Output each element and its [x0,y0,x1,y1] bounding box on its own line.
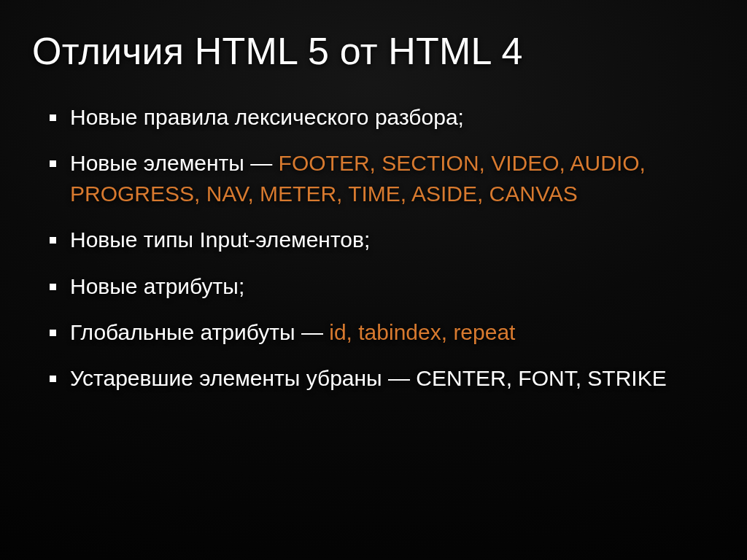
list-item: Новые типы Input-элементов; [50,225,715,254]
list-item: Новые атрибуты; [50,271,715,301]
bullet-text: Новые атрибуты; [70,274,244,298]
bullet-text-tail: Center, Font, Strike [416,366,666,390]
bullet-text: Новые правила лексического разбора; [70,105,464,129]
slide: Отличия HTML 5 от HTML 4 Новые правила л… [0,0,747,560]
bullet-text-prefix: Новые элементы — [70,151,279,175]
list-item: Новые правила лексического разбора; [50,102,715,132]
list-item: Новые элементы — Footer, Section, Video,… [50,148,715,209]
list-item: Устаревшие элементы убраны — Center, Fon… [50,363,715,393]
list-item: Глобальные атрибуты — id, tabindex, repe… [50,317,715,347]
bullet-text-accent: id, tabindex, repeat [329,320,515,344]
bullet-list: Новые правила лексического разбора; Новы… [32,102,715,394]
bullet-text-prefix: Глобальные атрибуты — [70,320,329,344]
bullet-text: Новые типы Input-элементов; [70,228,370,252]
slide-title: Отличия HTML 5 от HTML 4 [32,29,715,73]
bullet-text-prefix: Устаревшие элементы убраны — [70,366,416,390]
